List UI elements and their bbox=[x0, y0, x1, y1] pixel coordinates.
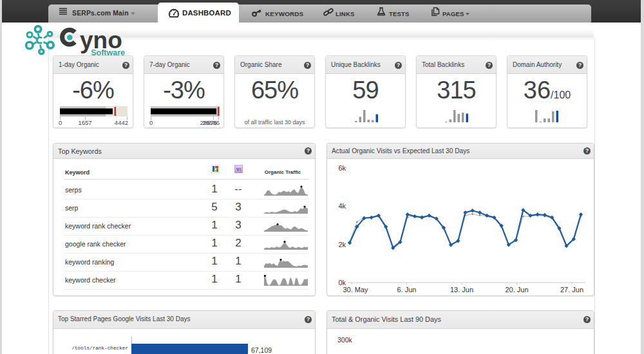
svg-text:4k: 4k bbox=[338, 202, 346, 210]
svg-text:4442: 4442 bbox=[115, 119, 128, 126]
svg-text:2k: 2k bbox=[338, 241, 346, 248]
svg-text:Y!: Y! bbox=[236, 167, 242, 172]
svg-text:1657: 1657 bbox=[78, 119, 91, 126]
svg-text:30. May: 30. May bbox=[343, 286, 368, 293]
svg-text:6k: 6k bbox=[338, 164, 346, 172]
svg-text:0: 0 bbox=[149, 119, 153, 126]
svg-text:0: 0 bbox=[59, 119, 62, 126]
svg-text:29586: 29586 bbox=[203, 119, 220, 126]
svg-text:27. Jun: 27. Jun bbox=[560, 286, 583, 293]
svg-text:20. Jun: 20. Jun bbox=[505, 286, 528, 293]
svg-text:13. Jun: 13. Jun bbox=[450, 286, 473, 293]
svg-text:6. Jun: 6. Jun bbox=[397, 286, 417, 293]
